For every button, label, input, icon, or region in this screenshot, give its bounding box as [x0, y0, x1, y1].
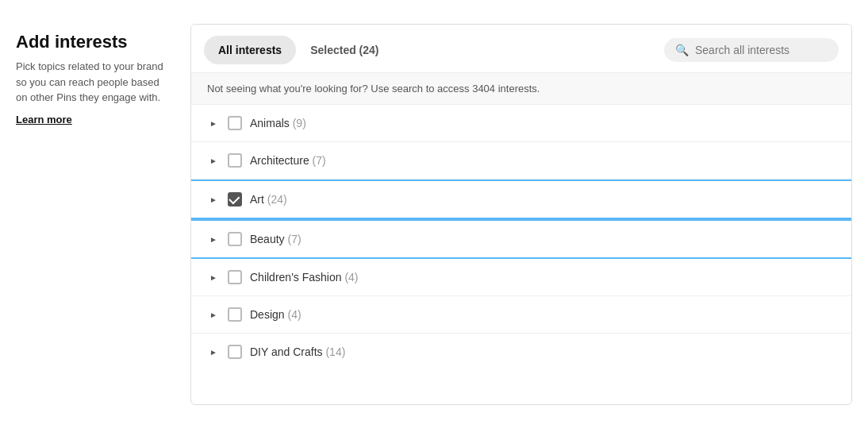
search-input[interactable] [695, 44, 822, 56]
checkbox-childrens-fashion[interactable] [228, 270, 242, 284]
list-item[interactable]: ► Children's Fashion (4) [191, 259, 851, 296]
expand-arrow-icon: ► [207, 193, 220, 206]
tab-all-interests[interactable]: All interests [204, 36, 296, 64]
interest-label-art: Art (24) [250, 193, 287, 206]
page-description: Pick topics related to your brand so you… [16, 59, 167, 106]
list-item[interactable]: ► Beauty (7) [191, 219, 851, 259]
expand-arrow-icon: ► [207, 154, 220, 167]
tabs-row: All interests Selected (24) 🔍 [191, 25, 851, 73]
page-title: Add interests [16, 32, 167, 52]
search-icon: 🔍 [675, 44, 689, 56]
interests-list: ► Animals (9) ► Architecture (7) ► Art (… [191, 105, 851, 370]
expand-arrow-icon: ► [207, 308, 220, 321]
list-item[interactable]: ► Design (4) [191, 296, 851, 334]
interest-label-childrens-fashion: Children's Fashion (4) [250, 271, 359, 284]
search-box: 🔍 [664, 38, 839, 62]
left-panel: Add interests Pick topics related to you… [16, 24, 190, 126]
checkbox-beauty[interactable] [228, 232, 242, 246]
checkbox-animals[interactable] [228, 116, 242, 130]
list-item[interactable]: ► Art (24) [191, 179, 851, 219]
expand-arrow-icon: ► [207, 117, 220, 129]
expand-arrow-icon: ► [207, 233, 220, 245]
list-item[interactable]: ► DIY and Crafts (14) [191, 334, 851, 370]
checkbox-design[interactable] [228, 307, 242, 322]
right-panel: All interests Selected (24) 🔍 Not seeing… [190, 24, 852, 405]
info-bar: Not seeing what you're looking for? Use … [191, 73, 851, 105]
interest-label-beauty: Beauty (7) [250, 233, 301, 245]
interest-label-design: Design (4) [250, 308, 301, 321]
checkbox-diy-and-crafts[interactable] [228, 345, 242, 359]
learn-more-link[interactable]: Learn more [16, 114, 72, 125]
expand-arrow-icon: ► [207, 271, 220, 284]
expand-arrow-icon: ► [207, 345, 220, 358]
interest-label-architecture: Architecture (7) [250, 154, 326, 167]
interest-label-animals: Animals (9) [250, 117, 306, 129]
tab-selected[interactable]: Selected (24) [296, 36, 393, 64]
checkbox-art[interactable] [228, 192, 242, 206]
list-item[interactable]: ► Architecture (7) [191, 142, 851, 179]
checkbox-architecture[interactable] [228, 153, 242, 168]
list-item[interactable]: ► Animals (9) [191, 105, 851, 142]
interest-label-diy-and-crafts: DIY and Crafts (14) [250, 345, 345, 358]
